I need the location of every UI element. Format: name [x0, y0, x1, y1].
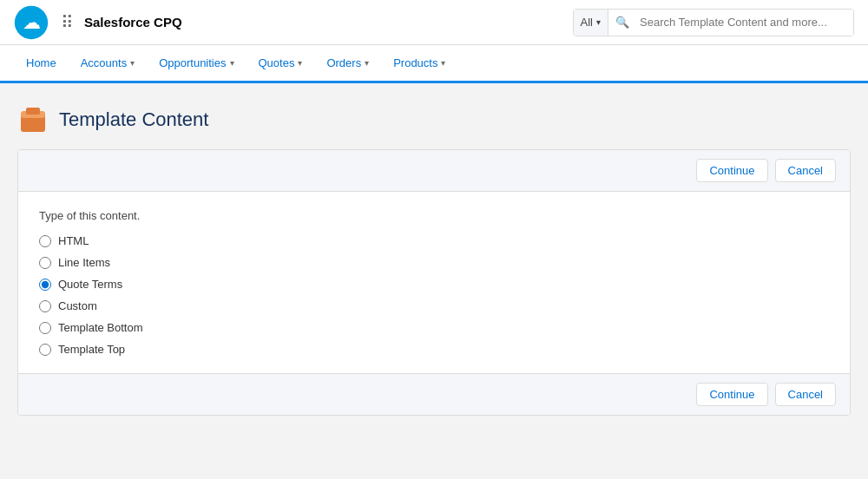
salesforce-logo: ☁ [14, 5, 49, 40]
card-body: Type of this content. HTML Line Items Qu… [18, 192, 850, 373]
radio-quote-terms-label: Quote Terms [58, 278, 122, 291]
radio-template-top[interactable]: Template Top [39, 343, 829, 356]
card-toolbar-top: Continue Cancel [18, 150, 850, 192]
nav-item-orders-label: Orders [326, 56, 361, 69]
radio-template-bottom[interactable]: Template Bottom [39, 321, 829, 334]
cancel-button-bottom[interactable]: Cancel [775, 383, 836, 406]
radio-html[interactable]: HTML [39, 234, 829, 247]
nav-item-home-label: Home [26, 56, 56, 69]
page-title-row: Template Content [17, 104, 851, 135]
search-filter-label: All [581, 16, 593, 29]
radio-custom[interactable]: Custom [39, 299, 829, 312]
search-icon-wrap: 🔍 [608, 10, 636, 36]
svg-text:☁: ☁ [23, 12, 41, 32]
nav-item-accounts-label: Accounts [81, 56, 127, 69]
opportunities-chevron-icon: ▾ [230, 58, 234, 68]
search-input[interactable] [636, 10, 853, 36]
quotes-chevron-icon: ▾ [298, 58, 302, 68]
nav-item-accounts[interactable]: Accounts ▾ [69, 45, 147, 81]
search-bar: All ▾ 🔍 [573, 9, 854, 36]
radio-group: HTML Line Items Quote Terms Custom Templ [39, 234, 829, 356]
continue-button-bottom[interactable]: Continue [696, 383, 767, 406]
template-content-icon [17, 104, 49, 135]
nav-item-products[interactable]: Products ▾ [381, 45, 457, 81]
search-filter[interactable]: All ▾ [574, 10, 608, 36]
page-title: Template Content [59, 108, 208, 131]
radio-template-top-label: Template Top [58, 343, 125, 356]
radio-template-bottom-input[interactable] [39, 322, 51, 334]
radio-html-input[interactable] [39, 235, 51, 247]
radio-line-items-input[interactable] [39, 257, 51, 269]
grid-icon[interactable]: ⠿ [61, 12, 74, 33]
radio-html-label: HTML [58, 234, 89, 247]
search-filter-chevron: ▾ [596, 17, 601, 27]
nav-item-quotes-label: Quotes [259, 56, 295, 69]
nav-item-orders[interactable]: Orders ▾ [314, 45, 381, 81]
nav-item-products-label: Products [393, 56, 437, 69]
nav-item-quotes[interactable]: Quotes ▾ [247, 45, 315, 81]
nav-item-opportunities-label: Opportunities [159, 56, 226, 69]
header: ☁ ⠿ Salesforce CPQ All ▾ 🔍 [0, 0, 868, 45]
radio-template-bottom-label: Template Bottom [58, 321, 143, 334]
accounts-chevron-icon: ▾ [130, 58, 135, 68]
radio-quote-terms-input[interactable] [39, 279, 51, 291]
app-name: Salesforce CPQ [84, 15, 182, 30]
radio-line-items[interactable]: Line Items [39, 256, 829, 269]
continue-button-top[interactable]: Continue [696, 159, 767, 182]
radio-line-items-label: Line Items [58, 256, 110, 269]
radio-template-top-input[interactable] [39, 344, 51, 356]
form-card: Continue Cancel Type of this content. HT… [17, 149, 851, 416]
radio-custom-input[interactable] [39, 300, 51, 312]
search-icon: 🔍 [615, 16, 629, 29]
orders-chevron-icon: ▾ [365, 58, 369, 68]
nav-item-opportunities[interactable]: Opportunities ▾ [147, 45, 246, 81]
radio-custom-label: Custom [58, 299, 97, 312]
svg-rect-4 [26, 108, 40, 115]
nav-bar: Home Accounts ▾ Opportunities ▾ Quotes ▾… [0, 45, 868, 83]
products-chevron-icon: ▾ [441, 58, 445, 68]
cancel-button-top[interactable]: Cancel [775, 159, 836, 182]
content-type-label: Type of this content. [39, 209, 829, 222]
card-toolbar-bottom: Continue Cancel [18, 373, 850, 415]
page-content: Template Content Continue Cancel Type of… [0, 83, 868, 436]
radio-quote-terms[interactable]: Quote Terms [39, 278, 829, 291]
nav-item-home[interactable]: Home [14, 45, 69, 81]
